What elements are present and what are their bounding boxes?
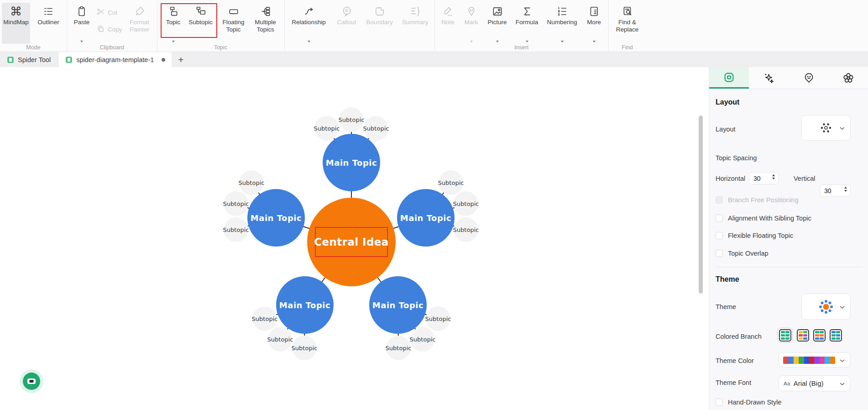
main-topic-node[interactable]: Main Topic bbox=[276, 276, 334, 334]
subtopic-node[interactable]: Subtopic bbox=[292, 336, 317, 360]
picture-dropdown-caret[interactable] bbox=[496, 41, 499, 42]
topic-overlap-checkbox[interactable]: Topic Overlap bbox=[716, 250, 769, 257]
numbering-dropdown-caret[interactable] bbox=[561, 41, 564, 42]
smiley-pin-icon bbox=[803, 72, 815, 84]
subtopic-node[interactable]: Subtopic bbox=[339, 107, 364, 132]
alignment-with-sibling-topic-checkbox[interactable]: Alignment With Sibling Topic bbox=[716, 215, 811, 222]
topic-dropdown-caret[interactable] bbox=[172, 41, 175, 42]
subtopic-node[interactable]: Subtopic bbox=[410, 327, 435, 352]
checkbox-box[interactable] bbox=[716, 232, 723, 239]
formula-dropdown-caret[interactable] bbox=[526, 41, 528, 42]
hand-drawn-style-checkbox[interactable]: Hand-Drawn Style bbox=[716, 399, 782, 406]
flexible-floating-topic-checkbox[interactable]: Flexible Floating Topic bbox=[716, 232, 793, 239]
tab-spider-tool[interactable]: Spider Tool bbox=[0, 52, 58, 67]
relationship-button[interactable]: Relationship bbox=[289, 3, 329, 44]
copy-button: Copy bbox=[96, 24, 122, 35]
numbering-button[interactable]: Numbering bbox=[545, 3, 579, 44]
tab-settings[interactable] bbox=[829, 67, 868, 89]
mark-button: Mark bbox=[462, 3, 481, 44]
paste-button[interactable]: Paste bbox=[72, 3, 92, 44]
main-topic-node[interactable]: Main Topic bbox=[369, 276, 427, 334]
tab-document[interactable]: spider-diagram-template-1 bbox=[58, 52, 172, 67]
subtopic-node[interactable]: Subtopic bbox=[454, 217, 478, 242]
subtopic-label: Subtopic bbox=[188, 19, 213, 26]
tab-mark[interactable] bbox=[789, 67, 829, 89]
more-button[interactable]: More bbox=[585, 3, 604, 44]
subtopic-node[interactable]: Subtopic bbox=[252, 306, 277, 331]
checkbox-box[interactable] bbox=[716, 250, 723, 257]
outliner-button[interactable]: Outliner bbox=[35, 3, 62, 44]
checkbox-box[interactable] bbox=[716, 399, 723, 406]
main-topic-node[interactable]: Main Topic bbox=[323, 134, 380, 191]
mindmap-canvas[interactable]: Subtopic Subtopic Subtopic Subtopic Subt… bbox=[0, 67, 709, 410]
formula-icon bbox=[521, 4, 533, 19]
central-idea-selection-box: Central Idea bbox=[315, 227, 388, 257]
subtopic-node[interactable]: Subtopic bbox=[439, 170, 463, 195]
subtopic-node[interactable]: Subtopic bbox=[314, 116, 339, 141]
file-icon bbox=[7, 57, 14, 63]
picture-button[interactable]: Picture bbox=[486, 3, 509, 44]
branch-palette-icon[interactable] bbox=[797, 329, 809, 342]
tab-format[interactable] bbox=[709, 67, 749, 89]
mark-dropdown-caret bbox=[470, 41, 473, 42]
find-replace-label: Find & Replace bbox=[613, 19, 642, 33]
formula-button[interactable]: Formula bbox=[514, 3, 540, 44]
floating-topic-icon bbox=[228, 4, 240, 19]
theme-dropdown[interactable] bbox=[801, 294, 851, 320]
theme-color-strip bbox=[783, 357, 835, 364]
subtopic-node[interactable]: Subtopic bbox=[224, 217, 248, 242]
subtopic-node[interactable]: Subtopic bbox=[239, 170, 264, 195]
mindmap-button[interactable]: ⌘ MindMap bbox=[2, 3, 30, 44]
find-replace-button[interactable]: Find & Replace bbox=[613, 3, 642, 44]
callout-icon bbox=[341, 4, 353, 19]
colored-branch-option-selected[interactable] bbox=[778, 328, 793, 343]
subtopic-button[interactable]: Subtopic bbox=[188, 3, 214, 44]
format-panel: Layout Layout Topic Spacing Horizontal 3… bbox=[709, 67, 868, 410]
main-topic-node[interactable]: Main Topic bbox=[247, 189, 305, 247]
stepper-arrows[interactable] bbox=[772, 174, 775, 179]
subtopic-node[interactable]: Subtopic bbox=[268, 327, 293, 352]
alignment-with-sibling-topic-label: Alignment With Sibling Topic bbox=[728, 215, 811, 222]
branch-palette-icon[interactable] bbox=[779, 329, 791, 342]
central-idea-node[interactable]: Central Idea bbox=[307, 198, 396, 286]
checkbox-box[interactable] bbox=[716, 215, 723, 222]
theme-color-dropdown[interactable] bbox=[779, 352, 851, 368]
subtopic-node[interactable]: Subtopic bbox=[224, 191, 248, 216]
find-group: Find & Replace Find bbox=[608, 0, 646, 52]
branch-palette-icon[interactable] bbox=[830, 329, 842, 342]
stepper-arrows[interactable] bbox=[844, 187, 847, 192]
multiple-topics-label: Multiple Topics bbox=[251, 19, 280, 33]
ai-assistant-button[interactable] bbox=[20, 369, 43, 393]
unsaved-indicator bbox=[162, 58, 165, 62]
vertical-label: Vertical bbox=[794, 175, 816, 182]
layout-dropdown[interactable] bbox=[801, 115, 851, 141]
branch-palette-icon[interactable] bbox=[813, 329, 826, 342]
new-tab-button[interactable]: + bbox=[172, 52, 190, 67]
subtopic-node[interactable]: Subtopic bbox=[454, 191, 478, 216]
boundary-icon bbox=[374, 4, 386, 19]
more-dropdown-caret[interactable] bbox=[593, 41, 596, 42]
subtopic-node[interactable]: Subtopic bbox=[364, 116, 388, 141]
tab-ai[interactable] bbox=[749, 67, 789, 89]
numbering-label: Numbering bbox=[547, 19, 577, 26]
topic-subtopic-highlight: Topic Subtopic bbox=[162, 3, 216, 44]
main-topic-node[interactable]: Main Topic bbox=[397, 189, 455, 247]
group-label-topic: Topic bbox=[157, 44, 284, 51]
multiple-topics-icon bbox=[260, 4, 272, 19]
topic-overlap-label: Topic Overlap bbox=[728, 250, 769, 257]
vertical-spacing-stepper[interactable]: 30 bbox=[820, 184, 851, 197]
note-label: Note bbox=[441, 19, 455, 26]
multiple-topics-button[interactable]: Multiple Topics bbox=[251, 3, 280, 44]
subtopic-node[interactable]: Subtopic bbox=[426, 306, 450, 331]
subtopic-node[interactable]: Subtopic bbox=[386, 336, 411, 360]
paste-dropdown-caret[interactable] bbox=[80, 41, 83, 42]
file-icon bbox=[66, 57, 72, 63]
relationship-dropdown-caret[interactable] bbox=[308, 41, 310, 42]
section-divider bbox=[716, 267, 862, 267]
horizontal-spacing-stepper[interactable]: 30 bbox=[749, 172, 779, 184]
floating-topic-button[interactable]: Floating Topic bbox=[220, 3, 247, 44]
topic-button[interactable]: Topic bbox=[164, 3, 183, 44]
theme-font-dropdown[interactable]: Aa Arial (Big) bbox=[779, 375, 851, 391]
note-icon bbox=[442, 4, 454, 19]
panel-scrollbar[interactable] bbox=[699, 116, 703, 294]
